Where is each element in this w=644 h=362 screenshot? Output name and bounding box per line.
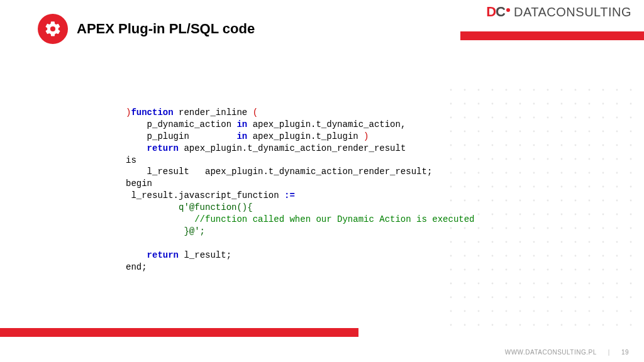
gears-icon	[38, 14, 68, 44]
page-number: 19	[621, 349, 629, 356]
slide-title: APEX Plug-in PL/SQL code	[77, 21, 255, 37]
svg-rect-1	[449, 88, 638, 327]
logo-mark: DC	[486, 4, 510, 20]
slide-footer: WWW.DATACONSULTING.PL | 19	[505, 349, 629, 356]
slide-header: APEX Plug-in PL/SQL code	[38, 14, 255, 44]
accent-bar-top	[460, 31, 644, 40]
separator: |	[608, 349, 610, 356]
dot-icon	[506, 8, 510, 12]
brand-logo: DC DATACONSULTING	[486, 4, 631, 20]
decorative-dot-grid	[449, 88, 638, 327]
accent-bar-bottom	[0, 328, 358, 337]
footer-url: WWW.DATACONSULTING.PL	[505, 349, 597, 356]
logo-text: DATACONSULTING	[514, 5, 631, 19]
code-block: )function render_inline ( p_dynamic_acti…	[126, 107, 475, 273]
